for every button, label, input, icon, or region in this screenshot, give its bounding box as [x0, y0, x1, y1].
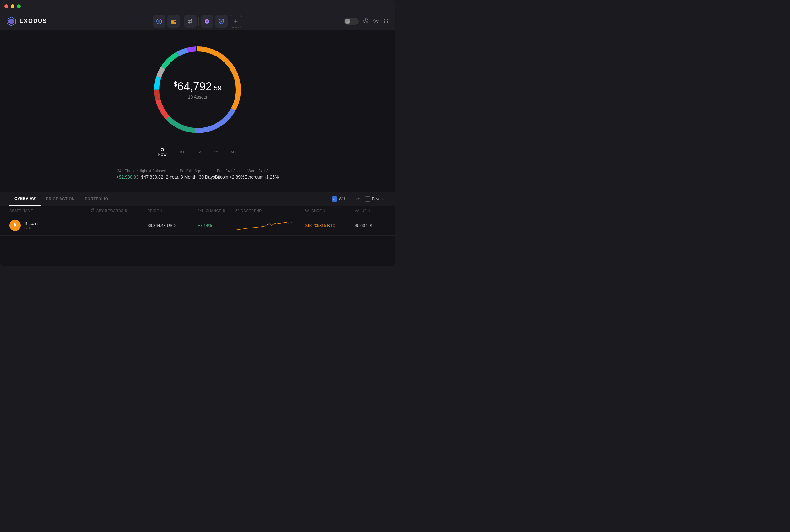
th-price[interactable]: PRICE ⇅: [148, 209, 198, 212]
timeline-6m[interactable]: 6M: [196, 150, 201, 154]
nav-web3-button[interactable]: +: [215, 15, 228, 27]
timeline-1y[interactable]: 1Y: [214, 150, 218, 154]
th-value[interactable]: VALUE ⇅: [355, 209, 395, 212]
timeline-1m[interactable]: 1M: [179, 150, 184, 154]
stat-worst-value: Ethereum -1,25%: [245, 174, 279, 179]
header: EXODUS: [0, 13, 395, 30]
nav-exchange-button[interactable]: [184, 15, 196, 27]
tab-portfolio[interactable]: PORTFOLIO: [80, 192, 113, 206]
nav-portfolio-button[interactable]: [153, 15, 166, 27]
favorite-checkbox: [365, 196, 370, 202]
apps-icon[interactable]: [383, 18, 389, 25]
sort-balance-icon: ⇅: [323, 209, 326, 212]
timeline: NOW 1M 6M 1Y ALL: [158, 145, 237, 159]
stat-worst-label: Worst 24H Asset: [245, 169, 279, 173]
svg-rect-9: [347, 21, 349, 23]
stat-best-value: Bitcoin +2.89%: [215, 174, 245, 179]
logo-area: EXODUS: [6, 16, 69, 26]
sort-change-icon: ⇅: [223, 209, 225, 212]
stat-highest-balance: Highest Balance $47,839.82: [138, 169, 166, 179]
stat-24h-value: +$2,930.03: [116, 174, 138, 179]
asset-cell-btc: Bitcoin BTC: [10, 220, 91, 231]
nav-browser-button[interactable]: [201, 15, 213, 27]
svg-point-11: [375, 20, 377, 21]
svg-rect-5: [174, 21, 175, 22]
stat-highest-value: $47,839.82: [138, 174, 166, 179]
sort-apy-icon: ⇅: [125, 209, 128, 212]
dollar-sign: $: [174, 80, 177, 88]
settings-icon[interactable]: [373, 18, 379, 25]
btc-trend: [236, 219, 305, 232]
tab-price-action[interactable]: PRICE ACTION: [41, 192, 80, 206]
nav-center: +: [69, 15, 326, 27]
svg-rect-15: [387, 21, 388, 23]
tab-overview[interactable]: OVERVIEW: [10, 192, 41, 206]
th-30d-trend: 30 DAY TREND: [236, 209, 305, 212]
favorite-label: Favorite: [372, 197, 385, 201]
info-icon: ?: [91, 208, 95, 212]
stats-row: 24h Change +$2,930.03 Highest Balance $4…: [97, 163, 297, 186]
timeline-label-1m: 1M: [179, 150, 184, 154]
logo-text: EXODUS: [19, 18, 47, 24]
btc-balance: 0.60205315 BTC: [305, 223, 355, 228]
with-balance-checkbox: ✓: [332, 196, 337, 202]
timeline-dot-now: [161, 148, 164, 151]
with-balance-filter[interactable]: ✓ With balance: [332, 196, 360, 202]
timeline-label-1y: 1Y: [214, 150, 218, 154]
btc-apy: —: [91, 223, 148, 228]
nav-add-button[interactable]: [229, 15, 242, 27]
stat-best-asset: Best 24H Asset Bitcoin +2.89%: [215, 169, 245, 179]
timeline-all[interactable]: ALL: [231, 150, 237, 154]
svg-point-3: [158, 20, 161, 23]
stat-highest-label: Highest Balance: [138, 169, 166, 173]
lock-toggle[interactable]: [344, 18, 359, 25]
stat-age-value: 2 Year, 3 Month, 30 Days: [166, 174, 215, 179]
exodus-logo-icon: [6, 16, 16, 26]
main-content: $64,792.59 10 Assets NOW 1M 6M 1Y ALL: [0, 30, 395, 266]
tabs-row: OVERVIEW PRICE ACTION PORTFOLIO ✓ With b…: [0, 192, 395, 206]
th-asset-name[interactable]: ASSET NAME ⇅: [10, 209, 91, 212]
btc-change: +7.14%: [198, 223, 236, 228]
assets-count: 10 Assets: [174, 94, 222, 99]
stat-age-label: Portfolio Age: [166, 169, 215, 173]
donut-section: $64,792.59 10 Assets NOW 1M 6M 1Y ALL: [0, 30, 395, 192]
th-24h-change[interactable]: 24H CHANGE ⇅: [198, 209, 236, 212]
nav-divider-2: [199, 17, 199, 26]
timeline-label-now: NOW: [158, 153, 167, 156]
svg-marker-1: [8, 19, 14, 24]
stat-24h-change: 24h Change +$2,930.03: [116, 169, 138, 179]
minimize-button[interactable]: [11, 4, 15, 8]
favorite-filter[interactable]: Favorite: [365, 196, 385, 202]
svg-rect-13: [387, 19, 388, 20]
table-row[interactable]: Bitcoin BTC — $9,364.48 USD +7.14% 0.602…: [0, 215, 395, 236]
nav-wallet-button[interactable]: [167, 15, 180, 27]
nav-divider-1: [182, 17, 182, 26]
history-icon[interactable]: [363, 18, 369, 25]
timeline-label-all: ALL: [231, 150, 237, 154]
tab-filter: ✓ With balance Favorite: [332, 196, 385, 202]
th-balance[interactable]: BALANCE ⇅: [305, 209, 355, 212]
sort-price-icon: ⇅: [160, 209, 163, 212]
donut-center: $64,792.59 10 Assets: [174, 80, 222, 99]
stat-worst-asset: Worst 24H Asset Ethereum -1,25%: [245, 169, 279, 179]
btc-name: Bitcoin: [24, 221, 38, 226]
portfolio-total: $64,792.59: [174, 80, 222, 93]
btc-ticker: BTC: [24, 226, 38, 230]
svg-point-7: [206, 20, 208, 22]
sort-value-icon: ⇅: [368, 209, 371, 212]
nav-right: [326, 18, 389, 25]
th-apy-rewards[interactable]: ? APY REWARDS ⇅: [91, 208, 148, 212]
btc-icon: [10, 220, 21, 231]
fullscreen-button[interactable]: [17, 4, 21, 8]
btc-price: $9,364.48 USD: [148, 223, 198, 228]
svg-rect-12: [384, 19, 385, 20]
donut-chart: $64,792.59 10 Assets: [147, 40, 248, 140]
timeline-now[interactable]: NOW: [158, 148, 167, 156]
table-header: ASSET NAME ⇅ ? APY REWARDS ⇅ PRICE ⇅ 24H…: [0, 206, 395, 215]
stat-best-label: Best 24H Asset: [215, 169, 245, 173]
stat-24h-label: 24h Change: [116, 169, 138, 173]
stat-portfolio-age: Portfolio Age 2 Year, 3 Month, 30 Days: [166, 169, 215, 179]
timeline-label-6m: 6M: [196, 150, 201, 154]
close-button[interactable]: [4, 4, 8, 8]
with-balance-label: With balance: [339, 197, 360, 201]
